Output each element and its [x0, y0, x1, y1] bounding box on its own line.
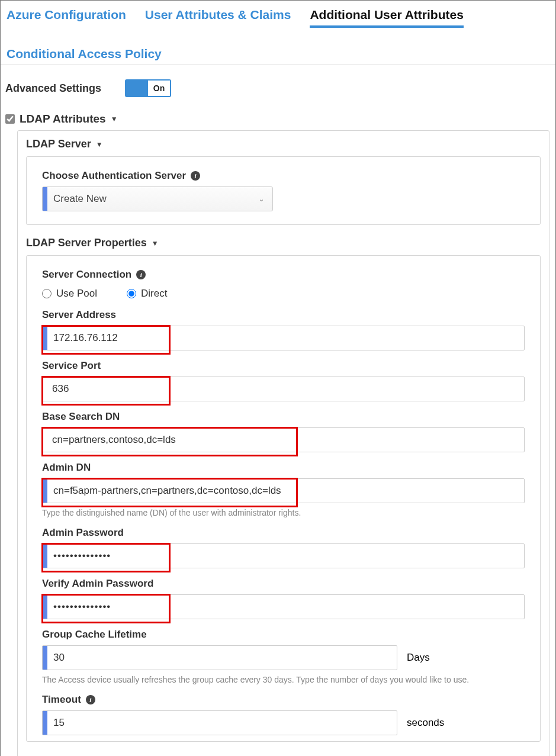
ldap-attributes-panel: LDAP Server ▼ Choose Authentication Serv…	[17, 130, 549, 756]
ldap-server-title: LDAP Server	[26, 138, 91, 150]
advanced-settings-label: Advanced Settings	[5, 82, 101, 95]
server-address-value: 172.16.76.112	[47, 332, 118, 344]
tab-user-attributes-claims[interactable]: User Attributes & Claims	[145, 8, 291, 28]
ldap-attributes-checkbox[interactable]	[5, 114, 15, 124]
server-connection-use-pool[interactable]: Use Pool	[42, 288, 97, 300]
timeout-input[interactable]: 15	[42, 710, 397, 735]
admin-dn-hint: Type the distinguished name (DN) of the …	[42, 508, 525, 517]
service-port-value: 636	[43, 383, 69, 395]
admin-password-label: Admin Password	[42, 527, 525, 539]
admin-password-value: ••••••••••••••	[47, 550, 111, 562]
verify-admin-password-value: ••••••••••••••	[47, 601, 111, 613]
verify-admin-password-label: Verify Admin Password	[42, 578, 525, 590]
admin-password-input[interactable]: ••••••••••••••	[42, 543, 525, 568]
chevron-down-icon: ▼	[111, 115, 118, 123]
group-cache-lifetime-value: 30	[47, 652, 65, 664]
base-search-dn-label: Base Search DN	[42, 411, 525, 423]
chevron-down-icon: ⌄	[259, 195, 264, 203]
server-connection-label: Server Connection i	[42, 269, 525, 281]
ldap-server-header[interactable]: LDAP Server ▼	[26, 138, 549, 156]
tab-azure-configuration[interactable]: Azure Configuration	[7, 8, 126, 28]
required-accent	[43, 711, 47, 735]
admin-dn-label: Admin DN	[42, 462, 525, 474]
tab-conditional-access-policy[interactable]: Conditional Access Policy	[7, 47, 162, 65]
choose-auth-server-value: Create New	[53, 193, 107, 205]
required-accent	[43, 187, 47, 211]
required-accent	[43, 326, 47, 350]
required-accent	[43, 544, 47, 568]
service-port-input[interactable]: 636	[42, 377, 525, 401]
admin-dn-input[interactable]: cn=f5apm-partners,cn=partners,dc=contoso…	[42, 478, 525, 503]
radio-direct[interactable]	[127, 289, 136, 298]
server-address-input[interactable]: 172.16.76.112	[42, 326, 525, 350]
required-accent	[43, 479, 47, 503]
group-cache-lifetime-unit: Days	[407, 652, 430, 664]
tab-additional-user-attributes[interactable]: Additional User Attributes	[310, 8, 463, 28]
required-accent	[43, 646, 47, 670]
server-connection-direct[interactable]: Direct	[127, 288, 167, 300]
chevron-down-icon: ▼	[96, 140, 103, 149]
group-cache-lifetime-hint: The Access device usually refreshes the …	[42, 675, 525, 684]
chevron-down-icon: ▼	[152, 239, 159, 247]
choose-auth-server-label: Choose Authentication Server i	[42, 170, 525, 182]
ldap-server-properties-header[interactable]: LDAP Server Properties ▼	[26, 237, 549, 255]
radio-use-pool[interactable]	[42, 289, 52, 298]
timeout-label: Timeout i	[42, 694, 525, 706]
base-search-dn-input[interactable]: cn=partners,contoso,dc=lds	[42, 427, 525, 452]
required-accent	[43, 595, 47, 619]
server-address-label: Server Address	[42, 309, 525, 321]
info-icon[interactable]: i	[136, 270, 146, 279]
service-port-label: Service Port	[42, 360, 525, 372]
tab-bar: Azure Configuration User Attributes & Cl…	[1, 1, 555, 65]
toggle-knob: On	[148, 81, 170, 96]
verify-admin-password-input[interactable]: ••••••••••••••	[42, 594, 525, 619]
admin-dn-value: cn=f5apm-partners,cn=partners,dc=contoso…	[47, 485, 281, 497]
use-pool-label: Use Pool	[56, 288, 97, 300]
direct-label: Direct	[141, 288, 167, 300]
ldap-attributes-label: LDAP Attributes	[20, 112, 106, 126]
base-search-dn-value: cn=partners,contoso,dc=lds	[43, 434, 176, 446]
group-cache-lifetime-input[interactable]: 30	[42, 645, 397, 670]
timeout-value: 15	[47, 717, 65, 729]
advanced-settings-toggle[interactable]: On	[125, 79, 171, 97]
group-cache-lifetime-label: Group Cache Lifetime	[42, 629, 525, 641]
choose-auth-server-select[interactable]: Create New ⌄	[42, 186, 273, 211]
ldap-server-properties-panel: Server Connection i Use Pool Direct Serv…	[26, 255, 541, 742]
ldap-server-properties-title: LDAP Server Properties	[26, 237, 147, 249]
info-icon[interactable]: i	[191, 171, 200, 181]
timeout-unit: seconds	[407, 717, 444, 729]
info-icon[interactable]: i	[86, 695, 95, 704]
ldap-attributes-header[interactable]: LDAP Attributes ▼	[1, 104, 555, 130]
ldap-server-panel: Choose Authentication Server i Create Ne…	[26, 156, 541, 225]
